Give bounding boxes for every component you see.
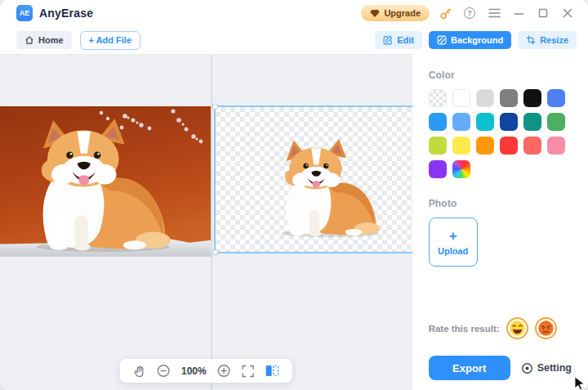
home-button[interactable]: Home — [16, 31, 72, 49]
zoom-level: 100% — [181, 365, 207, 377]
color-swatch-transparent[interactable] — [429, 89, 447, 107]
color-swatch-black[interactable] — [523, 89, 541, 107]
background-label: Background — [451, 35, 503, 45]
home-icon — [24, 35, 34, 45]
resize-label: Resize — [540, 35, 568, 45]
upload-button[interactable]: + Upload — [429, 217, 478, 267]
photo-section-label: Photo — [429, 198, 572, 209]
canvas-area: 100% — [0, 54, 412, 390]
rate-label: Rate this result: — [429, 324, 500, 334]
add-file-label: + Add File — [89, 35, 131, 45]
color-swatch-yellow-green[interactable] — [429, 137, 447, 155]
color-swatch-teal[interactable] — [523, 113, 541, 131]
help-glyph: ? — [467, 9, 472, 17]
plus-icon: + — [449, 229, 457, 243]
add-file-button[interactable]: + Add File — [80, 31, 140, 50]
color-swatch-light-blue[interactable] — [452, 113, 470, 131]
mode-buttons: Edit Background Resize — [375, 31, 577, 49]
activation-key-icon[interactable] — [436, 4, 454, 22]
corgi-cutout — [263, 139, 385, 237]
laughing-emoji-icon — [509, 320, 526, 337]
minimize-button[interactable] — [510, 4, 528, 22]
color-swatch-royal-blue[interactable] — [547, 89, 565, 107]
color-swatch-green[interactable] — [547, 113, 565, 131]
help-icon[interactable]: ? — [461, 4, 479, 22]
zoom-out-icon[interactable] — [157, 364, 171, 378]
color-section-label: Color — [429, 69, 572, 81]
color-swatch-pink[interactable] — [547, 137, 565, 155]
color-swatch-red[interactable] — [500, 137, 518, 155]
tab-background[interactable]: Background — [429, 31, 511, 49]
main-area: 100% Color Photo + Upload — [0, 54, 588, 390]
edit-label: Edit — [397, 35, 414, 45]
app-window: AE AnyErase Upgrade ? Home — [0, 0, 588, 390]
split-view-icon[interactable] — [265, 365, 279, 377]
hand-tool-icon[interactable] — [133, 365, 146, 378]
navbar: Home + Add File Edit Background Resize — [0, 26, 588, 54]
color-swatch-orange[interactable] — [476, 137, 494, 155]
color-swatch-navy[interactable] — [500, 113, 518, 131]
color-swatch-purple[interactable] — [429, 160, 447, 178]
close-button[interactable] — [559, 4, 577, 22]
zoom-in-icon[interactable] — [217, 364, 231, 378]
setting-button[interactable]: Setting — [521, 362, 572, 374]
upgrade-button[interactable]: Upgrade — [361, 5, 430, 21]
rate-row: Rate this result: — [429, 317, 572, 339]
home-label: Home — [38, 35, 64, 45]
tab-resize[interactable]: Resize — [518, 31, 577, 49]
selection-handle-tl[interactable] — [212, 104, 218, 110]
color-swatch-coral[interactable] — [523, 137, 541, 155]
color-swatch-gray[interactable] — [500, 89, 518, 107]
color-swatch-light-gray[interactable] — [476, 89, 494, 107]
color-swatch-cyan[interactable] — [476, 113, 494, 131]
maximize-button[interactable] — [534, 4, 552, 22]
sidebar: Color Photo + Upload Rate this result: — [412, 54, 588, 390]
rate-happy-emoji[interactable] — [506, 317, 528, 339]
edit-icon — [383, 35, 393, 45]
sidebar-footer: Export Setting — [429, 356, 572, 380]
fit-screen-icon[interactable] — [242, 365, 255, 378]
upload-label: Upload — [438, 246, 468, 256]
menu-icon[interactable] — [485, 4, 503, 22]
rate-angry-emoji[interactable] — [535, 317, 557, 339]
color-swatch-rainbow[interactable] — [452, 160, 470, 178]
titlebar: AE AnyErase Upgrade ? — [0, 0, 588, 26]
sidebar-spacer — [429, 267, 572, 317]
selection-handle-bl[interactable] — [212, 249, 218, 255]
result-image[interactable] — [214, 105, 412, 253]
tab-edit[interactable]: Edit — [375, 31, 422, 49]
diamond-icon — [370, 9, 380, 18]
color-swatch-white[interactable] — [452, 89, 470, 107]
app-logo: AE — [16, 5, 33, 21]
color-swatch-blue[interactable] — [429, 113, 447, 131]
original-image[interactable] — [0, 106, 211, 257]
upgrade-label: Upgrade — [384, 8, 421, 18]
zoom-toolbar: 100% — [120, 359, 292, 383]
color-swatch-yellow[interactable] — [452, 137, 470, 155]
angry-emoji-icon — [537, 320, 555, 337]
background-icon — [437, 35, 447, 45]
app-logo-text: AE — [20, 9, 30, 17]
app-title: AnyErase — [39, 7, 93, 20]
export-button[interactable]: Export — [429, 356, 510, 380]
setting-label: Setting — [537, 362, 572, 374]
corgi-dog — [11, 119, 178, 252]
gear-icon — [521, 362, 533, 374]
color-swatch-grid — [429, 89, 572, 178]
resize-icon — [526, 35, 536, 45]
